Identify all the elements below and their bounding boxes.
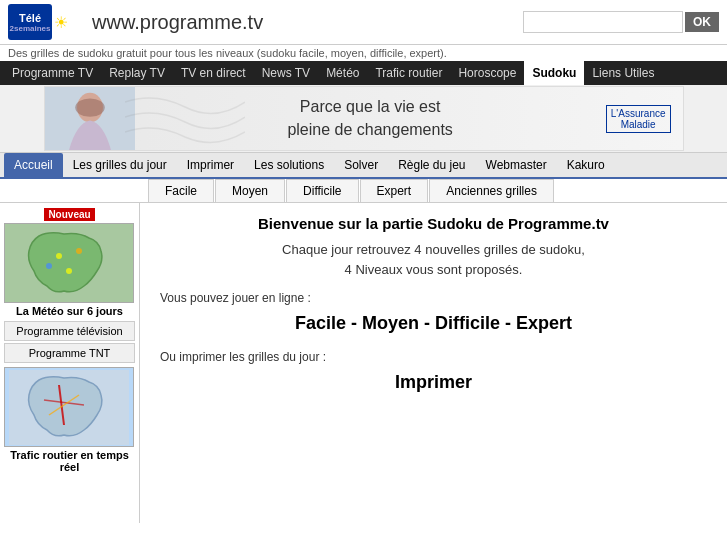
subtitle-line2: 4 Niveaux vous sont proposés. — [345, 262, 523, 277]
tab-expert[interactable]: Expert — [360, 179, 429, 202]
programme-tnt-link[interactable]: Programme TNT — [4, 343, 135, 363]
nouveau-badge: Nouveau — [44, 208, 94, 221]
banner-logo-area: L'Assurance Maladie — [606, 105, 683, 133]
play-text: Vous pouvez jouer en ligne : — [160, 291, 707, 305]
tab-moyen[interactable]: Moyen — [215, 179, 285, 202]
logo-semaines: 2semaines — [10, 24, 51, 33]
svg-point-5 — [66, 268, 72, 274]
svg-point-4 — [76, 248, 82, 254]
main: Nouveau La Météo sur 6 jours Programme t… — [0, 203, 727, 523]
nav-news-tv[interactable]: News TV — [254, 61, 318, 85]
nav-meteo[interactable]: Météo — [318, 61, 367, 85]
subnav: Accueil Les grilles du jour Imprimer Les… — [0, 153, 727, 179]
sun-icon: ☀ — [54, 13, 68, 32]
meteo-label: La Météo sur 6 jours — [4, 303, 135, 319]
logo-area: Télé 2semaines ☀ — [8, 4, 68, 40]
assurance-line2: Maladie — [611, 119, 666, 130]
sidebar: Nouveau La Météo sur 6 jours Programme t… — [0, 203, 140, 523]
game-modes: Facile - Moyen - Difficile - Expert — [160, 313, 707, 334]
header: Télé 2semaines ☀ www.programme.tv OK — [0, 0, 727, 45]
subnav-solver[interactable]: Solver — [334, 153, 388, 177]
search-input[interactable] — [523, 11, 683, 33]
site-title: www.programme.tv — [92, 11, 263, 34]
subnav-grilles-jour[interactable]: Les grilles du jour — [63, 153, 177, 177]
meteo-map[interactable] — [4, 223, 134, 303]
banner-line2: pleine de changements — [287, 121, 452, 138]
nav-replay-tv[interactable]: Replay TV — [101, 61, 173, 85]
nav-trafic[interactable]: Trafic routier — [367, 61, 450, 85]
svg-point-6 — [46, 263, 52, 269]
nav-programme-tv[interactable]: Programme TV — [4, 61, 101, 85]
assurance-maladie-logo: L'Assurance Maladie — [606, 105, 671, 133]
content-title: Bienvenue sur la partie Sudoku de Progra… — [160, 215, 707, 232]
banner-text: Parce que la vie est pleine de changemen… — [287, 96, 452, 141]
tab-difficile[interactable]: Difficile — [286, 179, 358, 202]
programme-tv-link[interactable]: Programme télévision — [4, 321, 135, 341]
banner-decoration — [125, 92, 245, 151]
subnav-regle[interactable]: Règle du jeu — [388, 153, 475, 177]
svg-point-1 — [75, 98, 105, 116]
france-map-svg — [9, 226, 129, 301]
content-subtitle: Chaque jour retrouvez 4 nouvelles grille… — [160, 240, 707, 279]
print-link[interactable]: Imprimer — [160, 372, 707, 393]
assurance-line1: L'Assurance — [611, 108, 666, 119]
subnav-webmaster[interactable]: Webmaster — [476, 153, 557, 177]
search-button[interactable]: OK — [685, 12, 719, 32]
svg-point-3 — [56, 253, 62, 259]
content-area: Bienvenue sur la partie Sudoku de Progra… — [140, 203, 727, 523]
nav-tv-direct[interactable]: TV en direct — [173, 61, 254, 85]
print-text: Ou imprimer les grilles du jour : — [160, 350, 707, 364]
banner: Parce que la vie est pleine de changemen… — [0, 85, 727, 153]
person-svg — [55, 91, 125, 151]
banner-inner: Parce que la vie est pleine de changemen… — [44, 86, 684, 151]
search-area: OK — [523, 11, 719, 33]
banner-line1: Parce que la vie est — [300, 98, 441, 115]
subnav-kakuro[interactable]: Kakuro — [557, 153, 615, 177]
subnav-solutions[interactable]: Les solutions — [244, 153, 334, 177]
subtitle-line1: Chaque jour retrouvez 4 nouvelles grille… — [282, 242, 585, 257]
trafic-map[interactable] — [4, 367, 134, 447]
banner-person — [45, 86, 135, 151]
navbar: Programme TV Replay TV TV en direct News… — [0, 61, 727, 85]
tabs-row: Facile Moyen Difficile Expert Anciennes … — [0, 179, 727, 203]
nav-liens-utiles[interactable]: Liens Utiles — [584, 61, 662, 85]
trafic-map-svg — [9, 370, 129, 445]
logo-tele: Télé — [19, 12, 41, 24]
tab-anciennes[interactable]: Anciennes grilles — [429, 179, 554, 202]
trafic-label: Trafic routier en temps réel — [4, 447, 135, 475]
subnav-imprimer[interactable]: Imprimer — [177, 153, 244, 177]
tagline: Des grilles de sudoku gratuit pour tous … — [0, 45, 727, 61]
subnav-accueil[interactable]: Accueil — [4, 153, 63, 177]
tab-facile[interactable]: Facile — [148, 179, 214, 202]
nav-sudoku[interactable]: Sudoku — [524, 61, 584, 85]
logo[interactable]: Télé 2semaines — [8, 4, 52, 40]
nav-horoscope[interactable]: Horoscope — [450, 61, 524, 85]
